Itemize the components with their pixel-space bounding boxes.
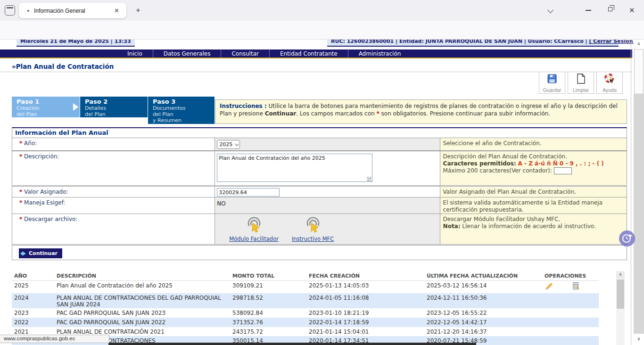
title-divider	[0, 72, 632, 72]
scroll-down-icon[interactable]: ∨	[634, 334, 644, 345]
modulo-facilitador-label: Módulo Facilitador	[229, 236, 279, 242]
step-3-line2: del Plan	[153, 111, 215, 117]
edit-pencil-icon[interactable]	[545, 282, 553, 292]
entidad-value: JUNTA PARROQUIAL DE SAN JUAN	[426, 40, 522, 44]
window-minimize-button[interactable]	[586, 10, 591, 11]
char-counter-input[interactable]	[554, 167, 572, 174]
browser-toolbar: ← → ✕ https://www.compraspublicas.gob.ec…	[0, 21, 644, 40]
help-label: Ayuda	[603, 87, 617, 93]
description-hint: Descripción del Plan Anual de Contrataci…	[440, 151, 627, 185]
scroll-up-icon[interactable]: ∧	[616, 271, 625, 279]
step-2-title: Paso 2	[85, 98, 148, 105]
bottom-dark-strip	[108, 343, 476, 345]
scroll-up-icon[interactable]: ∧	[634, 40, 644, 49]
frame-border	[631, 40, 631, 345]
instructions-bold: Continuar	[265, 110, 297, 117]
instructions-text-3: son obligatorios. Presione continuar par…	[380, 110, 550, 117]
esigef-value: NO	[215, 197, 439, 214]
descargar-hint-1: Descargar Módulo Facilitador Ushay MFC.	[443, 216, 624, 223]
firefox-window: Información General ✕ + ✕ ← → ✕ https://…	[0, 0, 644, 345]
descargar-label: * Descargar archivo:	[12, 214, 215, 244]
view-document-icon[interactable]	[571, 282, 580, 292]
valor-hint: Valor Asignado del Plan Anual de Contrat…	[440, 187, 627, 197]
table-row[interactable]: 2025 Plan Anual de Contratación del año …	[12, 281, 599, 293]
description-textarea[interactable]: Plan Anual de Contratación del año 2025	[217, 154, 372, 182]
save-label: Guardar	[543, 87, 561, 93]
form-section-title: Información del Plan Anual	[12, 128, 627, 138]
esigef-hint: El sistema valida automáticamente si la …	[440, 197, 627, 214]
step-1-title: Paso 1	[17, 98, 80, 105]
valor-label: * Valor Asignado:	[12, 187, 215, 197]
year-select[interactable]: 2025	[217, 140, 240, 149]
valor-value-cell	[215, 187, 439, 197]
help-button[interactable]: Ayuda	[596, 72, 623, 94]
entidad-label: Entidad:	[399, 40, 424, 44]
help-lifering-icon	[604, 73, 615, 86]
step-3-title: Paso 3	[153, 98, 215, 105]
click-download-icon	[305, 217, 322, 235]
usuario-value: CCarrasco	[554, 40, 583, 44]
year-label: * Año:	[12, 138, 215, 150]
table-row[interactable]: 2022 PAC GAD PARROQUIAL SAN JUAN 2022 37…	[12, 318, 599, 327]
tab-list-chevron-icon[interactable]	[543, 7, 557, 14]
description-value-cell: Plan Anual de Contratación del año 2025	[215, 151, 439, 185]
session-bar: RUC: 1260023860001 | Entidad: JUNTA PARR…	[327, 40, 619, 47]
continue-button[interactable]: Continuar	[19, 248, 62, 258]
modulo-facilitador-link[interactable]: Módulo Facilitador	[229, 217, 279, 242]
instructions-box: Instrucciones : Utilice la barra de boto…	[215, 99, 627, 124]
instructions-label: Instrucciones :	[220, 103, 267, 109]
table-row[interactable]: 2023 PAC GAD PARROQUIAL SAN JUAN 2023 53…	[12, 308, 599, 318]
resize-grip-icon[interactable]	[367, 177, 372, 181]
save-button[interactable]: Guardar	[539, 72, 565, 94]
menu-item-datos-generales[interactable]: Datos Generales	[153, 49, 221, 58]
tab-close-icon[interactable]: ✕	[112, 6, 122, 15]
descargar-hint-2: Nota: Llenar la información de acuerdo a…	[443, 223, 624, 230]
table-row[interactable]: 2024 PLAN ANUAL DE CONTRATACIONES DEL GA…	[12, 293, 599, 308]
page-scrollbar[interactable]: ∧ ∨	[634, 40, 644, 345]
menu-item-consultar[interactable]: Consultar	[221, 49, 269, 58]
step-2-line2: del Plan	[85, 111, 148, 117]
header-operaciones: OPERACIONES	[542, 271, 598, 280]
tab-unsaved-dot-icon	[27, 10, 29, 12]
browser-tab[interactable]: Información General ✕	[19, 3, 126, 18]
scrollbar-thumb[interactable]	[617, 279, 624, 309]
description-hint-3: Máximo 200 caracteres(Ver contador):	[443, 167, 624, 174]
page-title: »Plan Anual de Contratación	[12, 63, 114, 70]
description-label: * Descripción:	[12, 151, 215, 185]
new-tab-button[interactable]: +	[132, 5, 144, 16]
chevron-down-icon	[235, 142, 239, 146]
step-3-line1: Documentos	[153, 105, 215, 111]
header-anio: AÑO	[12, 271, 54, 280]
menu-item-inicio[interactable]: Inicio	[117, 49, 153, 58]
ruc-value: 1260023860001	[347, 40, 394, 44]
header-descripcion: DESCRIPCIÓN	[54, 271, 230, 280]
step-2: Paso 2 Detalles del Plan	[80, 97, 148, 117]
step-2-line1: Detalles	[85, 105, 148, 111]
datetime-bar: Miércoles 21 de Mayo de 2025 | 13:33	[17, 40, 135, 47]
step-1-line1: Creación	[17, 105, 80, 111]
description-hint-1: Descripción del Plan Anual de Contrataci…	[443, 153, 624, 160]
window-close-button[interactable]: ✕	[629, 6, 635, 15]
menu-item-entidad-contratante[interactable]: Entidad Contratante	[269, 49, 348, 58]
valor-input[interactable]	[217, 188, 280, 197]
tab-title: Información General	[34, 8, 112, 14]
instructivo-mfc-link[interactable]: Instructivo MFC	[292, 217, 334, 242]
step-3-line3: y Resumen	[153, 117, 215, 123]
year-hint: Seleccione el año de Contratación.	[440, 138, 627, 150]
table-scrollbar[interactable]: ∧	[616, 271, 625, 345]
clear-page-icon	[575, 73, 586, 86]
scrollbar-track[interactable]	[634, 94, 644, 334]
step-1-line2: del Plan	[17, 111, 80, 117]
window-restore-button[interactable]	[608, 7, 612, 11]
esigef-label: * Maneja Esigef:	[12, 197, 215, 214]
header-monto: MONTO TOTAL	[230, 271, 306, 280]
logout-link[interactable]: [ Cerrar Sesión ]	[589, 40, 637, 44]
clock-extension-widget[interactable]	[619, 230, 635, 246]
clear-button[interactable]: Limpiar	[568, 72, 594, 94]
scrollbar-thumb[interactable]	[634, 49, 644, 94]
firefox-view-icon[interactable]	[5, 5, 15, 16]
usuario-label: Usuario:	[528, 40, 553, 44]
continue-container: Continuar	[12, 245, 627, 260]
menu-item-administracion[interactable]: Administración	[348, 49, 412, 58]
record-toolbar: Guardar Limpiar Ayuda	[539, 72, 623, 94]
